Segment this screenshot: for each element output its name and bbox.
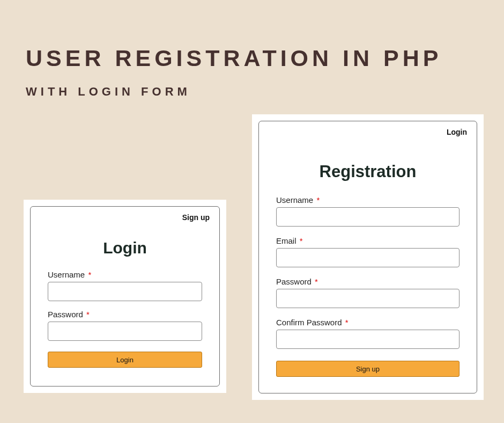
page-title: USER REGISTRATION IN PHP <box>26 45 442 71</box>
login-password-label: Password * <box>48 310 202 319</box>
registration-form-title: Registration <box>276 162 459 181</box>
register-confirm-password-input[interactable] <box>276 330 459 349</box>
register-username-input[interactable] <box>276 207 459 227</box>
register-username-label: Username * <box>276 195 459 205</box>
login-link[interactable]: Login <box>447 128 467 136</box>
required-asterisk: * <box>88 270 91 279</box>
register-password-input[interactable] <box>276 289 459 308</box>
required-asterisk: * <box>316 195 320 205</box>
required-asterisk: * <box>300 236 303 245</box>
register-password-label-text: Password <box>276 277 312 286</box>
login-form-card: Sign up Login Username * Password * Logi… <box>24 200 226 393</box>
login-form-title: Login <box>48 239 202 257</box>
login-button[interactable]: Login <box>48 352 202 368</box>
login-username-input[interactable] <box>48 282 202 301</box>
required-asterisk: * <box>86 310 90 319</box>
login-username-label-text: Username <box>48 270 85 279</box>
page-subtitle: WITH LOGIN FORM <box>26 85 191 99</box>
register-confirm-password-label: Confirm Password * <box>276 318 459 327</box>
register-username-label-text: Username <box>276 195 313 205</box>
registration-form-card: Login Registration Username * Email * Pa… <box>252 114 484 400</box>
register-email-label-text: Email <box>276 236 297 245</box>
required-asterisk: * <box>345 318 349 327</box>
register-confirm-password-label-text: Confirm Password <box>276 318 342 327</box>
signup-link[interactable]: Sign up <box>182 213 210 222</box>
required-asterisk: * <box>315 277 318 286</box>
login-password-input[interactable] <box>48 322 202 341</box>
login-form-frame: Sign up Login Username * Password * Logi… <box>30 206 220 386</box>
register-password-label: Password * <box>276 277 459 286</box>
registration-form-frame: Login Registration Username * Email * Pa… <box>258 121 477 393</box>
login-password-label-text: Password <box>48 310 83 319</box>
login-username-label: Username * <box>48 270 202 279</box>
register-email-label: Email * <box>276 236 459 245</box>
signup-button[interactable]: Sign up <box>276 361 459 377</box>
register-email-input[interactable] <box>276 248 459 267</box>
